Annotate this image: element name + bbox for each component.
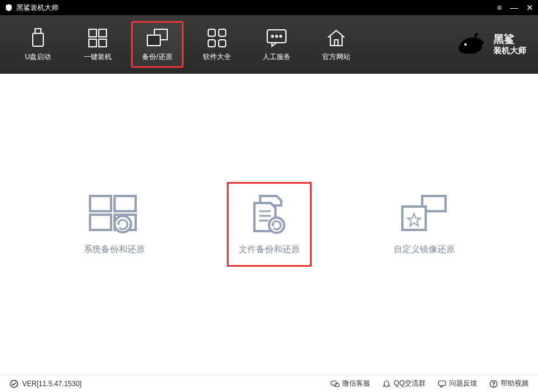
- status-right: 微信客服 QQ交流群 问题反馈: [330, 379, 529, 388]
- status-qq[interactable]: QQ交流群: [382, 379, 426, 388]
- svg-rect-20: [90, 215, 111, 230]
- status-bar: VER[11.5.47.1530] 微信客服 QQ交流群: [0, 374, 538, 392]
- toolbar: U盘启动 一键装机 备份/还原: [0, 15, 538, 74]
- option-system-backup[interactable]: 系统备份和还原: [72, 182, 157, 267]
- chat-icon: [265, 27, 288, 49]
- status-label: 问题反馈: [449, 379, 477, 388]
- svg-point-15: [280, 35, 282, 37]
- svg-rect-19: [115, 196, 136, 211]
- toolbar-label: 官方网站: [322, 52, 350, 62]
- title-bar: 黑鲨装机大师 ≡ — ✕: [0, 0, 538, 15]
- windows-icon: [86, 27, 109, 49]
- window-controls: ≡ — ✕: [497, 3, 533, 12]
- svg-rect-28: [402, 207, 426, 230]
- toolbar-one-click[interactable]: 一键装机: [71, 21, 124, 68]
- home-icon: [325, 27, 348, 49]
- feedback-icon: [437, 379, 447, 388]
- toolbar-label: 人工服务: [263, 52, 291, 62]
- toolbar-backup-restore[interactable]: 备份/还原: [131, 21, 184, 68]
- status-label: 微信客服: [342, 379, 370, 388]
- svg-rect-18: [90, 196, 111, 211]
- svg-point-32: [384, 381, 389, 387]
- title-bar-left: 黑鲨装机大师: [5, 3, 58, 13]
- toolbar-label: U盘启动: [25, 52, 51, 62]
- toolbar-label: 一键装机: [84, 52, 112, 62]
- usb-icon: [26, 27, 50, 49]
- svg-point-26: [269, 218, 284, 233]
- svg-point-17: [464, 43, 467, 46]
- svg-rect-0: [35, 29, 41, 33]
- svg-rect-11: [219, 40, 226, 47]
- custom-image-icon: [398, 194, 450, 235]
- main-content: 系统备份和还原 文件备份和还原 自定义镜像还原: [0, 74, 538, 374]
- status-feedback[interactable]: 问题反馈: [437, 379, 477, 388]
- toolbar-label: 软件大全: [203, 52, 231, 62]
- logo-area: 黑鲨 装机大师: [454, 27, 526, 62]
- version-icon: [9, 379, 19, 388]
- apps-icon: [205, 27, 229, 49]
- copy-icon: [146, 27, 169, 49]
- status-label: QQ交流群: [394, 379, 426, 388]
- logo-line1: 黑鲨: [494, 33, 526, 46]
- qq-icon: [382, 379, 391, 388]
- svg-rect-4: [89, 39, 96, 47]
- svg-rect-3: [99, 29, 106, 37]
- svg-rect-8: [208, 29, 215, 36]
- toolbar-software[interactable]: 软件大全: [191, 21, 243, 68]
- svg-rect-33: [439, 381, 446, 386]
- app-icon: [5, 4, 13, 12]
- file-backup-icon: [243, 194, 295, 235]
- svg-rect-16: [334, 40, 338, 46]
- svg-point-35: [494, 386, 494, 386]
- app-title: 黑鲨装机大师: [16, 3, 58, 13]
- status-help[interactable]: 帮助视频: [489, 379, 529, 388]
- svg-rect-1: [33, 33, 43, 46]
- svg-rect-7: [147, 35, 160, 46]
- toolbar-website[interactable]: 官方网站: [310, 21, 363, 68]
- svg-rect-2: [89, 29, 96, 37]
- menu-button[interactable]: ≡: [497, 3, 502, 12]
- svg-rect-10: [208, 40, 215, 47]
- version-text: VER[11.5.47.1530]: [22, 380, 81, 388]
- svg-point-13: [272, 35, 274, 37]
- help-icon: [489, 379, 498, 388]
- close-button[interactable]: ✕: [526, 3, 533, 12]
- wechat-icon: [330, 379, 340, 388]
- svg-rect-5: [99, 39, 106, 47]
- toolbar-label: 备份/还原: [142, 52, 172, 62]
- option-label: 系统备份和还原: [84, 244, 145, 255]
- minimize-button[interactable]: —: [510, 3, 518, 12]
- option-label: 自定义镜像还原: [394, 244, 455, 255]
- toolbar-usb-boot[interactable]: U盘启动: [12, 21, 64, 68]
- option-custom-image[interactable]: 自定义镜像还原: [382, 182, 467, 267]
- system-backup-icon: [88, 194, 140, 235]
- option-label: 文件备份和还原: [239, 244, 300, 255]
- toolbar-items: U盘启动 一键装机 备份/还原: [12, 21, 363, 68]
- status-label: 帮助视频: [501, 379, 529, 388]
- status-left: VER[11.5.47.1530]: [9, 379, 81, 388]
- toolbar-support[interactable]: 人工服务: [250, 21, 303, 68]
- svg-rect-9: [219, 29, 226, 36]
- svg-point-14: [276, 35, 278, 37]
- status-wechat[interactable]: 微信客服: [330, 379, 370, 388]
- logo-text: 黑鲨 装机大师: [494, 33, 526, 56]
- shark-logo-icon: [454, 27, 489, 62]
- logo-line2: 装机大师: [494, 46, 526, 56]
- option-file-backup[interactable]: 文件备份和还原: [227, 182, 312, 267]
